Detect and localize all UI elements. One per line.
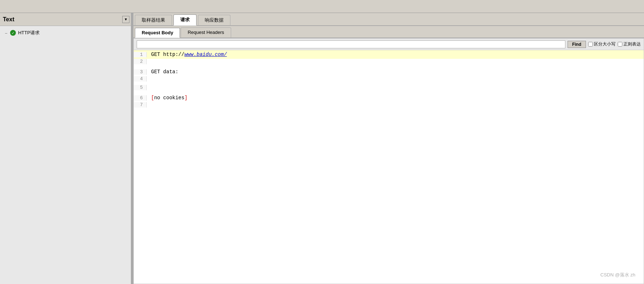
code-lines: 1 GET http://www.baidu.com/ 2 3 GET data… [134, 50, 644, 111]
code-line-4: 4 [134, 76, 644, 85]
code-line-3: 3 GET data: [134, 67, 644, 76]
line-number-2: 2 [134, 59, 147, 64]
line-number-7: 7 [134, 102, 147, 108]
tree-item-label: HTTP请求 [18, 30, 40, 36]
sub-tabs-bar: Request Body Request Headers [133, 26, 644, 38]
line-content-6: [no cookies] [147, 93, 188, 102]
line-content-3: GET data: [147, 67, 178, 76]
sub-tab-request-body[interactable]: Request Body [135, 28, 180, 38]
sidebar-title: Text [3, 16, 122, 23]
top-toolbar [0, 0, 644, 13]
find-button[interactable]: Find [568, 41, 586, 48]
line-number-5: 5 [134, 85, 147, 90]
case-sensitive-checkbox[interactable] [588, 42, 593, 47]
right-content: 取样器结果 请求 响应数据 Request Body Request Heade… [133, 13, 644, 284]
main-tabs-bar: 取样器结果 请求 响应数据 [133, 13, 644, 26]
code-line-1: 1 GET http://www.baidu.com/ [134, 50, 644, 59]
sidebar: Text ▼ – ✓ HTTP请求 [0, 13, 133, 284]
code-line-5: 5 [134, 85, 644, 93]
search-input[interactable] [137, 40, 565, 48]
sidebar-dropdown-arrow[interactable]: ▼ [122, 16, 129, 23]
line-number-6: 6 [134, 95, 147, 101]
sidebar-header: Text ▼ [0, 13, 132, 26]
search-bar: Find 区分大小写 正则表达 [134, 39, 644, 50]
watermark: CSDN @落水 zh [600, 272, 635, 278]
code-line-6: 6 [no cookies] [134, 93, 644, 102]
editor-area: Find 区分大小写 正则表达 1 GET http://www.baidu.c… [133, 38, 644, 284]
code-line-2: 2 [134, 59, 644, 67]
line-number-4: 4 [134, 76, 147, 82]
regex-label[interactable]: 正则表达 [618, 41, 641, 47]
tree-expand-icon: – [5, 31, 7, 35]
sub-tab-request-headers[interactable]: Request Headers [181, 27, 231, 38]
line-number-3: 3 [134, 69, 147, 75]
tab-sampler-result[interactable]: 取样器结果 [135, 15, 172, 25]
regex-checkbox[interactable] [618, 42, 622, 47]
tab-request[interactable]: 请求 [173, 14, 197, 26]
line-number-1: 1 [134, 52, 147, 57]
tab-response-data[interactable]: 响应数据 [198, 15, 230, 25]
code-content: 1 GET http://www.baidu.com/ 2 3 GET data… [134, 50, 644, 284]
sidebar-content: – ✓ HTTP请求 [0, 26, 132, 284]
case-sensitive-label[interactable]: 区分大小写 [588, 41, 616, 47]
code-line-7: 7 [134, 102, 644, 111]
http-status-icon: ✓ [10, 30, 16, 36]
code-link-1[interactable]: www.baidu.com/ [184, 52, 227, 57]
line-content-1: GET http://www.baidu.com/ [147, 50, 227, 59]
sidebar-resize-handle[interactable] [131, 13, 132, 284]
main-layout: Text ▼ – ✓ HTTP请求 取样器结果 请求 响应数据 Request … [0, 13, 644, 284]
tree-item-http[interactable]: – ✓ HTTP请求 [3, 28, 129, 38]
